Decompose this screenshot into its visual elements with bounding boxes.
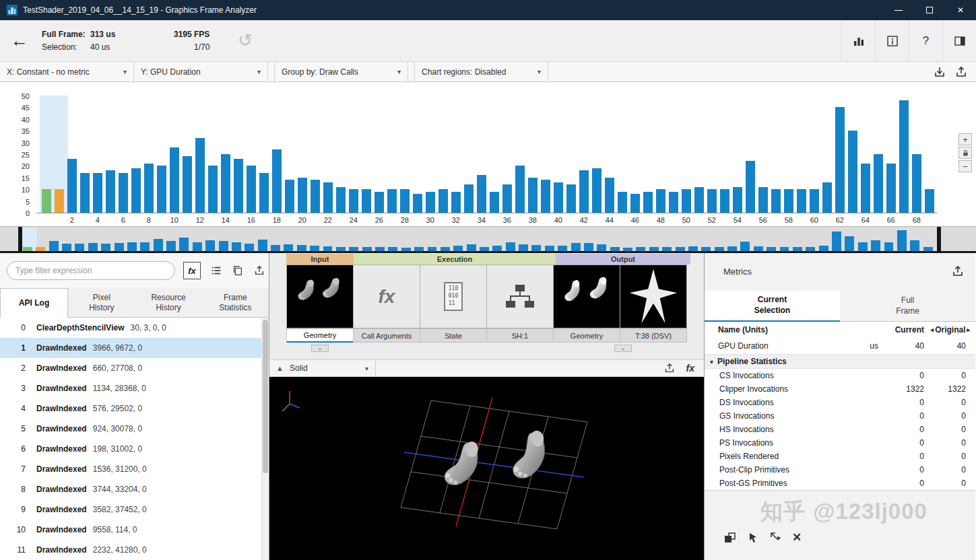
api-log-row[interactable]: 2DrawIndexed660, 27708, 0 — [0, 358, 261, 378]
close-button[interactable]: ✕ — [945, 0, 976, 20]
chart-bar[interactable] — [554, 182, 563, 213]
filter-input[interactable] — [7, 261, 175, 280]
chart-bar[interactable] — [144, 164, 154, 213]
back-button[interactable]: ← — [0, 20, 39, 61]
chart-bar[interactable] — [93, 173, 102, 213]
chart-bar[interactable] — [618, 192, 627, 213]
chart-bar[interactable] — [528, 178, 538, 213]
chart-bar[interactable] — [157, 166, 166, 213]
chart-bar[interactable] — [682, 189, 691, 213]
render-mode-dropdown[interactable]: ▲ Solid ▾ — [269, 360, 376, 376]
x-metric-dropdown[interactable]: X: Constant - no metric ▾ — [0, 62, 134, 81]
api-log-row[interactable]: 9DrawIndexed3582, 37452, 0 — [0, 499, 261, 520]
overview-right-handle[interactable] — [937, 227, 941, 251]
geometry-viewport[interactable] — [269, 377, 704, 560]
stage-label-geometry-output[interactable]: Geometry — [553, 328, 620, 343]
api-log-scrollbar[interactable] — [261, 318, 269, 560]
chart-bar[interactable] — [285, 180, 294, 213]
chart-bar[interactable] — [208, 166, 218, 213]
chart-bar[interactable] — [195, 138, 205, 213]
compare-images-icon[interactable] — [723, 531, 737, 545]
next-experiment-icon[interactable]: ▸ — [967, 326, 970, 333]
stage-shader[interactable] — [486, 265, 554, 328]
chart-bar[interactable] — [566, 184, 576, 213]
api-log-row[interactable]: 6DrawIndexed198, 31002, 0 — [0, 439, 261, 459]
export-icon[interactable] — [663, 362, 676, 374]
tab-pixel-history[interactable]: Pixel History — [68, 288, 135, 317]
chart-bar[interactable] — [387, 189, 397, 213]
chart-bar[interactable] — [490, 192, 499, 213]
chart-bar[interactable] — [221, 154, 230, 213]
tab-resource-history[interactable]: Resource History — [135, 288, 202, 317]
collapse-output-button[interactable]: ⌄ — [614, 345, 632, 352]
chart-bar[interactable] — [336, 187, 346, 213]
chart-bar[interactable] — [413, 194, 422, 213]
export-icon[interactable] — [954, 65, 968, 79]
layout-toggle-button[interactable] — [942, 20, 976, 61]
import-icon[interactable] — [933, 65, 946, 79]
chart-bar[interactable] — [733, 187, 742, 213]
chart-bar[interactable] — [67, 159, 77, 213]
chart-bar[interactable] — [912, 154, 921, 213]
export-icon[interactable] — [951, 265, 965, 278]
previous-experiment-icon[interactable]: ◂ — [931, 326, 934, 333]
chart-bar[interactable] — [579, 170, 589, 213]
chart-bar[interactable] — [477, 175, 486, 213]
chart-bar[interactable] — [886, 164, 896, 213]
stage-label-state[interactable]: State — [420, 328, 487, 343]
pick-pixel-icon[interactable] — [746, 531, 760, 545]
chart-bar[interactable] — [426, 192, 435, 213]
stage-input-geometry-thumbnail[interactable] — [286, 265, 354, 328]
chart-bar[interactable] — [42, 189, 51, 213]
chart-bar[interactable] — [106, 170, 115, 213]
chart-bar[interactable] — [848, 131, 857, 213]
chart-bar[interactable] — [259, 173, 269, 213]
chart-bar[interactable] — [746, 161, 755, 213]
reset-experiments-button[interactable]: ↺ — [238, 30, 253, 51]
api-log-row[interactable]: 5DrawIndexed924, 30078, 0 — [0, 419, 261, 439]
fx-icon[interactable]: fx — [686, 363, 694, 374]
chart-bar[interactable] — [515, 166, 525, 213]
chart-bar[interactable] — [784, 189, 793, 213]
chart-bar[interactable] — [131, 168, 141, 213]
chart-bar[interactable] — [592, 168, 601, 213]
chart-bar[interactable] — [80, 173, 90, 213]
chart-bar[interactable] — [771, 189, 781, 213]
zoom-out-button[interactable]: − — [958, 160, 972, 172]
chart-bar[interactable] — [630, 194, 640, 213]
chart-bar[interactable] — [438, 189, 448, 213]
stage-label-shader[interactable]: SH:1 — [486, 328, 554, 343]
stage-output-geometry-thumbnail[interactable] — [553, 265, 620, 328]
stage-call-arguments[interactable]: fx — [353, 265, 420, 328]
chart-bar[interactable] — [720, 189, 729, 213]
tab-full-frame[interactable]: Full Frame — [840, 291, 975, 321]
minimize-button[interactable]: — — [883, 0, 914, 20]
chart-bar[interactable] — [55, 189, 64, 213]
api-log-row[interactable]: 1DrawIndexed3966, 9672, 0 — [0, 338, 261, 358]
scrollbar-thumb[interactable] — [263, 320, 268, 473]
filter-expression-toggle[interactable]: fx — [183, 262, 201, 279]
chart-bar[interactable] — [311, 180, 320, 213]
collapse-input-button[interactable]: ⌄ — [311, 345, 329, 352]
zoom-lock-button[interactable] — [958, 147, 972, 159]
stage-state[interactable]: 110 010 11 — [420, 265, 487, 328]
chart-bar[interactable] — [669, 192, 678, 213]
chart-bar[interactable] — [835, 107, 845, 213]
stage-label-depth-target[interactable]: T:38 (DSV) — [620, 328, 687, 343]
chart-overview-strip[interactable] — [0, 226, 976, 253]
chart-bar[interactable] — [861, 164, 870, 213]
chart-bar[interactable] — [170, 147, 179, 213]
api-log-row[interactable]: 3DrawIndexed1134, 28368, 0 — [0, 378, 261, 398]
chart-bar[interactable] — [234, 159, 243, 213]
api-log-row[interactable]: 8DrawIndexed3744, 33204, 0 — [0, 479, 261, 499]
zoom-in-button[interactable]: + — [958, 133, 972, 145]
api-log-row[interactable]: 0ClearDepthStencilView30, 3, 0, 0 — [0, 318, 261, 338]
group-by-dropdown[interactable]: Group by: Draw Calls ▾ — [274, 62, 408, 81]
chart-bar[interactable] — [349, 189, 358, 213]
overview-left-handle[interactable] — [18, 227, 22, 251]
chart-bar[interactable] — [247, 166, 256, 213]
chart-bar[interactable] — [797, 189, 806, 213]
chart-bar[interactable] — [707, 189, 717, 213]
api-log-row[interactable]: 7DrawIndexed1536, 31200, 0 — [0, 459, 261, 479]
chart-bar[interactable] — [375, 192, 384, 213]
